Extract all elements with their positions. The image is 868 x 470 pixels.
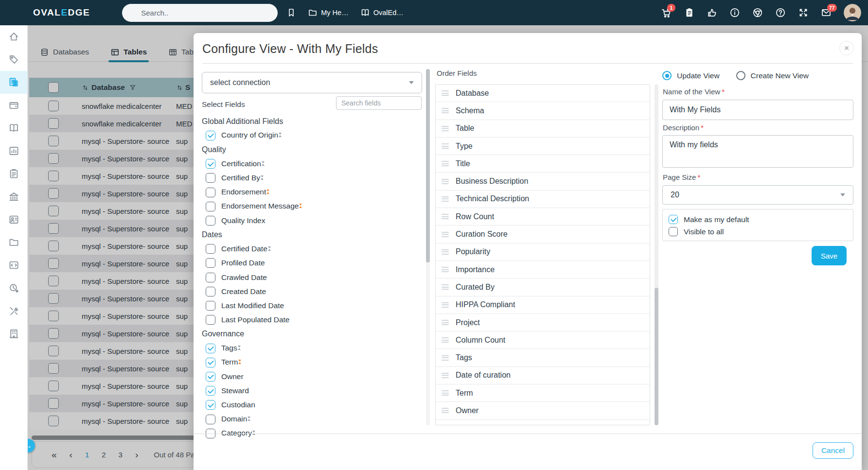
sidebar-item-governance[interactable] xyxy=(0,185,28,208)
sidebar-item-tags[interactable] xyxy=(0,48,28,71)
save-button[interactable]: Save xyxy=(812,246,847,265)
order-field-row[interactable]: Owner xyxy=(436,402,650,419)
order-field-row[interactable]: Curated By xyxy=(436,279,650,296)
order-field-row[interactable]: Title xyxy=(436,155,650,173)
field-checkbox[interactable] xyxy=(206,173,215,183)
fields-scrollbar-thumb[interactable] xyxy=(426,69,430,262)
field-checkbox[interactable] xyxy=(206,202,215,211)
profile-avatar[interactable] xyxy=(844,4,861,21)
drag-handle-icon[interactable] xyxy=(442,249,449,255)
order-field-row[interactable]: Steward xyxy=(436,420,650,425)
field-checkbox[interactable] xyxy=(206,216,215,226)
sidebar-item-wallet[interactable] xyxy=(0,94,28,117)
cart-button[interactable]: 1 xyxy=(661,7,672,18)
drag-handle-icon[interactable] xyxy=(442,284,449,290)
field-checkbox[interactable] xyxy=(206,344,215,353)
order-field-row[interactable]: HIPPA Compliant xyxy=(436,296,650,314)
drag-handle-icon[interactable] xyxy=(442,337,449,343)
drag-handle-icon[interactable] xyxy=(442,214,449,219)
sidebar-item-reports[interactable] xyxy=(0,139,28,162)
order-field-row[interactable]: Type xyxy=(436,138,650,155)
field-search-input[interactable] xyxy=(341,99,410,107)
option-checkbox[interactable] xyxy=(669,215,678,224)
field-checkbox[interactable] xyxy=(206,244,215,254)
tasks-button[interactable] xyxy=(684,7,694,18)
approvals-button[interactable] xyxy=(707,7,717,18)
view-name-input[interactable] xyxy=(662,100,853,120)
browser-button[interactable] xyxy=(752,7,763,18)
sidebar-item-home[interactable] xyxy=(0,25,28,48)
drag-handle-icon[interactable] xyxy=(442,390,449,396)
drag-handle-icon[interactable] xyxy=(442,267,449,272)
order-field-row[interactable]: Curation Score xyxy=(436,226,650,243)
order-field-row[interactable]: Term xyxy=(436,384,650,402)
my-health-link[interactable]: My He… xyxy=(308,8,348,17)
help-button[interactable] xyxy=(775,7,786,18)
option-checkbox[interactable] xyxy=(669,227,678,236)
drag-handle-icon[interactable] xyxy=(442,302,449,308)
drag-handle-icon[interactable] xyxy=(442,179,449,184)
order-field-row[interactable]: Importance xyxy=(436,261,650,279)
drag-handle-icon[interactable] xyxy=(442,196,449,202)
cancel-button[interactable]: Cancel xyxy=(813,442,853,459)
radio-update-view[interactable]: Update View xyxy=(662,71,720,80)
field-checkbox[interactable] xyxy=(206,372,215,382)
sidebar-item-files[interactable] xyxy=(0,231,28,254)
info-button[interactable] xyxy=(729,7,740,18)
sidebar-item-org[interactable] xyxy=(0,322,28,345)
drag-handle-icon[interactable] xyxy=(442,232,449,237)
order-field-row[interactable]: Row Count xyxy=(436,208,650,226)
field-label: Certified By xyxy=(221,174,264,183)
drag-handle-icon[interactable] xyxy=(442,108,449,113)
order-field-row[interactable]: Schema xyxy=(436,102,650,120)
order-field-row[interactable]: Date of curation xyxy=(436,367,650,384)
sidebar-item-glossary[interactable] xyxy=(0,117,28,139)
order-field-row[interactable]: Table xyxy=(436,120,650,138)
sidebar-item-catalog[interactable] xyxy=(0,71,28,94)
drag-handle-icon[interactable] xyxy=(442,373,449,378)
messages-button[interactable]: 77 xyxy=(821,7,832,18)
radio-create-new-view[interactable]: Create New View xyxy=(736,71,809,80)
bookmark-button[interactable] xyxy=(286,8,296,17)
drag-handle-icon[interactable] xyxy=(442,408,449,413)
sidebar-item-jobs[interactable] xyxy=(0,277,28,299)
order-field-row[interactable]: Popularity xyxy=(436,244,650,261)
page-size-select[interactable]: 20 xyxy=(662,185,853,205)
field-checkbox[interactable] xyxy=(206,358,215,367)
brand-logo[interactable]: OVALEDGE xyxy=(17,6,90,19)
order-field-row[interactable]: Database xyxy=(436,85,650,102)
sidebar-item-tools[interactable] xyxy=(0,299,28,322)
field-checkbox[interactable] xyxy=(206,188,215,197)
sidebar-item-query[interactable] xyxy=(0,254,28,277)
sidebar-item-projects[interactable] xyxy=(0,162,28,185)
field-checkbox[interactable] xyxy=(206,315,215,325)
field-checkbox[interactable] xyxy=(206,131,215,140)
ovaledge-link[interactable]: OvalEd… xyxy=(360,8,404,17)
field-checkbox[interactable] xyxy=(206,159,215,169)
field-checkbox[interactable] xyxy=(206,287,215,296)
field-checkbox[interactable] xyxy=(206,415,215,424)
field-checkbox[interactable] xyxy=(206,301,215,311)
order-field-row[interactable]: Technical Description xyxy=(436,191,650,208)
drag-handle-icon[interactable] xyxy=(442,355,449,361)
connection-select[interactable]: select connection xyxy=(202,72,422,93)
order-field-row[interactable]: Column Count xyxy=(436,331,650,349)
field-checkbox[interactable] xyxy=(206,273,215,282)
description-input[interactable] xyxy=(662,135,853,168)
order-field-row[interactable]: Tags xyxy=(436,349,650,366)
sidebar-item-contacts[interactable] xyxy=(0,208,28,231)
order-field-row[interactable]: Business Description xyxy=(436,173,650,190)
drag-handle-icon[interactable] xyxy=(442,161,449,166)
expand-button[interactable] xyxy=(798,7,809,18)
close-button[interactable]: × xyxy=(839,41,854,55)
global-search-input[interactable] xyxy=(141,9,271,17)
order-field-row[interactable]: Project xyxy=(436,314,650,331)
field-checkbox[interactable] xyxy=(206,258,215,268)
drag-handle-icon[interactable] xyxy=(442,126,449,131)
drag-handle-icon[interactable] xyxy=(442,320,449,325)
field-checkbox[interactable] xyxy=(206,400,215,410)
drag-handle-icon[interactable] xyxy=(442,143,449,149)
field-checkbox[interactable] xyxy=(206,386,215,396)
order-scrollbar-thumb[interactable] xyxy=(655,288,658,425)
drag-handle-icon[interactable] xyxy=(442,90,449,96)
